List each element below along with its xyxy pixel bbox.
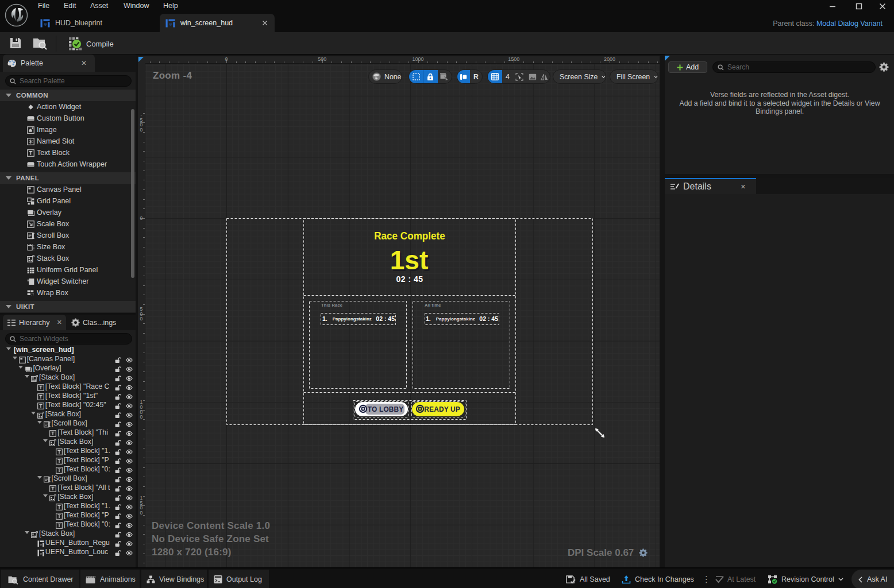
visibility-eye-icon[interactable]	[126, 429, 134, 436]
menu-edit[interactable]: Edit	[64, 2, 76, 10]
hierarchy-row[interactable]: [Text Block] "All t	[0, 483, 136, 492]
palette-item-named-slot[interactable]: Named Slot	[0, 136, 136, 147]
expand-arrow-icon[interactable]	[43, 439, 48, 442]
lock-icon[interactable]	[114, 457, 121, 463]
lock-icon[interactable]	[114, 484, 121, 491]
hierarchy-row[interactable]: [Text Block] "1.	[0, 446, 136, 455]
palette-search-input[interactable]: Search Palette	[5, 75, 132, 87]
tab-close-icon[interactable]: ✕	[741, 183, 746, 191]
flip-preview-button[interactable]	[538, 69, 550, 84]
visibility-eye-icon[interactable]	[126, 365, 134, 372]
verse-settings-gear-icon[interactable]	[879, 62, 889, 72]
hierarchy-row[interactable]: [Stack Box]	[0, 409, 136, 419]
visibility-eye-icon[interactable]	[126, 512, 134, 519]
browse-icon[interactable]	[33, 36, 48, 50]
visibility-eye-icon[interactable]	[126, 502, 134, 509]
menu-help[interactable]: Help	[163, 2, 178, 10]
palette-item-touch-action-wrapper[interactable]: Touch Action Wrapper	[0, 158, 136, 170]
all-saved-status[interactable]: All Saved	[566, 570, 610, 588]
lock-icon[interactable]	[114, 420, 121, 427]
tab-close-icon[interactable]: ✕	[57, 319, 62, 326]
expand-arrow-icon[interactable]	[18, 366, 23, 369]
tab-hierarchy[interactable]: Hierarchy ✕	[3, 315, 66, 330]
leaderboard-label-all-time[interactable]: All time	[425, 303, 441, 308]
lock-icon[interactable]	[114, 530, 121, 537]
hierarchy-row[interactable]: [Text Block] "P	[0, 455, 136, 465]
hierarchy-row[interactable]: [Text Block] "0:	[0, 520, 136, 529]
preview-background-button[interactable]	[526, 69, 539, 84]
visibility-eye-icon[interactable]	[126, 530, 134, 537]
hierarchy-row[interactable]: [win_screen_hud]	[0, 345, 136, 354]
hierarchy-row[interactable]: UEFN_Button_Louc	[0, 547, 136, 556]
expand-arrow-icon[interactable]	[31, 412, 36, 415]
hierarchy-row[interactable]: [Text Block] "P	[0, 510, 136, 520]
leaderboard-row[interactable]: 1. Pappylongstakinz 02 : 45	[322, 313, 395, 324]
hierarchy-row[interactable]: [Text Block] "Thi	[0, 428, 136, 437]
tab-hud-blueprint[interactable]: HUD_blueprint	[34, 14, 149, 32]
design-grid[interactable]	[145, 64, 660, 567]
palette-section-common[interactable]: COMMON	[0, 90, 136, 101]
visibility-eye-icon[interactable]	[126, 447, 134, 454]
visibility-eye-icon[interactable]	[126, 392, 134, 399]
expand-arrow-icon[interactable]	[25, 531, 29, 534]
visibility-eye-icon[interactable]	[126, 539, 134, 546]
to-lobby-button[interactable]: TO LOBBY	[355, 402, 408, 416]
lock-icon[interactable]	[114, 502, 121, 509]
close-icon[interactable]	[878, 2, 887, 10]
expand-arrow-icon[interactable]	[37, 421, 42, 424]
menu-file[interactable]: File	[38, 2, 49, 10]
hierarchy-search-input[interactable]: Search Widgets	[5, 333, 132, 345]
visibility-eye-icon[interactable]	[126, 438, 134, 445]
visibility-eye-icon[interactable]	[126, 355, 134, 362]
expand-arrow-icon[interactable]	[37, 476, 42, 479]
hierarchy-row[interactable]: [Text Block] "Race C	[0, 382, 136, 391]
visibility-eye-icon[interactable]	[126, 521, 134, 528]
palette-item-overlay[interactable]: Overlay	[0, 207, 136, 218]
lock-icon[interactable]	[114, 447, 121, 454]
design-viewport[interactable]: 0500100015002000 -500050010001500	[138, 56, 660, 567]
lock-icon[interactable]	[114, 438, 121, 445]
ready-up-button[interactable]: READY UP	[412, 402, 464, 416]
visibility-eye-icon[interactable]	[126, 548, 134, 555]
lock-icon[interactable]	[114, 365, 121, 372]
visibility-eye-icon[interactable]	[126, 466, 134, 473]
canvas-title-text[interactable]: Race Complete	[333, 230, 486, 242]
expand-arrow-icon[interactable]	[43, 494, 48, 497]
pick-widget-button[interactable]	[513, 69, 526, 84]
lock-icon[interactable]	[114, 411, 121, 417]
visibility-eye-icon[interactable]	[126, 493, 134, 500]
hierarchy-row[interactable]: [Text Block] "1.	[0, 501, 136, 510]
view-bindings-button[interactable]: View Bindings	[141, 570, 207, 588]
grid-snap-button[interactable]	[488, 69, 502, 84]
tab-close-icon[interactable]	[262, 20, 268, 26]
palette-item-image[interactable]: Image	[0, 124, 136, 136]
check-in-changes-button[interactable]: Check In Changes	[622, 570, 694, 588]
hierarchy-row[interactable]: [Scroll Box]	[0, 419, 136, 428]
at-latest-status[interactable]: At Latest	[715, 570, 756, 588]
palette-section-panel[interactable]: PANEL	[0, 172, 136, 184]
marquee-select-button[interactable]	[409, 69, 423, 84]
r-button[interactable]: R	[470, 69, 482, 84]
hierarchy-row[interactable]: [Stack Box]	[0, 492, 136, 501]
palette-item-scale-box[interactable]: Scale Box	[0, 218, 136, 230]
leaderboard-label-this-race[interactable]: This Race	[321, 303, 342, 308]
maximize-icon[interactable]	[855, 2, 863, 10]
expand-arrow-icon[interactable]	[13, 357, 17, 359]
lock-icon[interactable]	[114, 401, 121, 408]
lock-icon[interactable]	[114, 548, 121, 555]
verse-search-input[interactable]: Search	[712, 61, 876, 73]
hierarchy-row[interactable]: [Scroll Box]	[0, 474, 136, 483]
palette-item-uniform-grid-panel[interactable]: Uniform Grid Panel	[0, 264, 136, 276]
compile-button[interactable]: Compile	[68, 36, 114, 52]
lock-icon[interactable]	[114, 539, 121, 546]
palette-item-custom-button[interactable]: Custom Button	[0, 113, 136, 124]
lock-icon[interactable]	[114, 392, 121, 399]
content-drawer-button[interactable]: Content Drawer	[1, 570, 79, 588]
hierarchy-row[interactable]: [Text Block] "1st"	[0, 391, 136, 400]
palette-item-widget-switcher[interactable]: Widget Switcher	[0, 276, 136, 287]
add-field-button[interactable]: Add	[668, 61, 707, 73]
lock-icon[interactable]	[114, 521, 121, 528]
visibility-eye-icon[interactable]	[126, 411, 134, 417]
lock-icon[interactable]	[114, 466, 121, 473]
hierarchy-row[interactable]: [Text Block] "0:	[0, 465, 136, 474]
